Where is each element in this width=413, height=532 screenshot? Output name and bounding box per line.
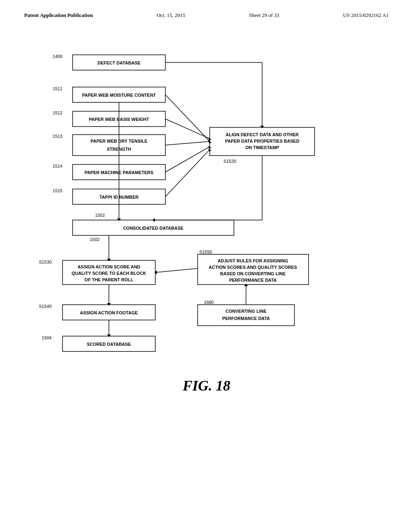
svg-text:SCORED DATABASE: SCORED DATABASE [87,342,131,347]
svg-text:1512: 1512 [53,110,63,115]
svg-rect-41 [198,305,294,326]
svg-text:1511: 1511 [53,86,63,91]
figure-caption: FIG. 18 [0,373,413,394]
svg-text:QUALITY SCORE TO EACH BLOCK: QUALITY SCORE TO EACH BLOCK [72,271,146,276]
svg-text:ASSIGN ACTION SCORE AND: ASSIGN ACTION SCORE AND [77,264,140,269]
svg-text:1400: 1400 [53,54,63,59]
svg-text:PERFORMANCE DATA: PERFORMANCE DATA [222,316,270,321]
diagram-svg: DEFECT DATABASE 1400 PAPER WEB MOISTURE … [0,31,413,361]
header-patent-number: US 2015/0292162 A1 [343,12,389,19]
header-publication-type: Patent Application Publication [24,12,93,19]
svg-text:ACTION SCORES AND QUALITY SCOR: ACTION SCORES AND QUALITY SCORES [209,265,297,270]
diagram-area: DEFECT DATABASE 1400 PAPER WEB MOISTURE … [0,31,413,361]
svg-text:BASED ON CONVERTING LINE: BASED ON CONVERTING LINE [220,271,286,276]
svg-text:ALIGN DEFECT DATA AND OTHER: ALIGN DEFECT DATA AND OTHER [226,132,299,137]
svg-text:1514: 1514 [53,164,63,168]
svg-text:1515: 1515 [53,188,63,193]
svg-text:S1550: S1550 [199,249,212,254]
page-header: Patent Application Publication Oct. 15, … [0,0,413,23]
svg-line-53 [165,119,210,139]
svg-text:1502: 1502 [95,213,105,218]
svg-text:OF THE PARENT ROLL: OF THE PARENT ROLL [85,277,133,282]
svg-text:S1530: S1530 [39,260,52,264]
svg-text:ASSIGN ACTION FOOTAGE: ASSIGN ACTION FOOTAGE [80,310,138,315]
svg-text:1504: 1504 [42,335,52,340]
svg-line-51 [165,95,210,141]
svg-text:PAPER DATA PROPERTIES BASED: PAPER DATA PROPERTIES BASED [225,139,299,143]
header-date: Oct. 15, 2015 [156,12,185,19]
svg-text:CONVERTING LINE: CONVERTING LINE [225,309,266,314]
svg-text:PAPER WEB MOISTURE CONTENT: PAPER WEB MOISTURE CONTENT [82,93,156,98]
svg-text:DEFECT DATABASE: DEFECT DATABASE [98,60,141,65]
svg-text:1513: 1513 [53,134,63,139]
svg-line-55 [165,141,210,145]
svg-text:PERFORMANCE DATA: PERFORMANCE DATA [229,278,277,283]
svg-text:1680: 1680 [204,300,214,305]
svg-line-59 [165,150,210,197]
svg-line-57 [165,147,210,172]
svg-text:CONSOLIDATED DATABASE: CONSOLIDATED DATABASE [123,226,184,231]
figure-label: FIG. 18 [183,378,230,394]
header-sheet: Sheet 29 of 33 [249,12,279,19]
svg-text:S1520: S1520 [223,159,236,164]
svg-text:ON TIMESTAMP: ON TIMESTAMP [245,145,279,150]
svg-text:ADJUST RULES FOR ASSIGNING: ADJUST RULES FOR ASSIGNING [218,258,288,263]
svg-text:S1540: S1540 [39,304,52,309]
svg-line-68 [155,268,198,272]
svg-text:1502: 1502 [90,237,100,242]
